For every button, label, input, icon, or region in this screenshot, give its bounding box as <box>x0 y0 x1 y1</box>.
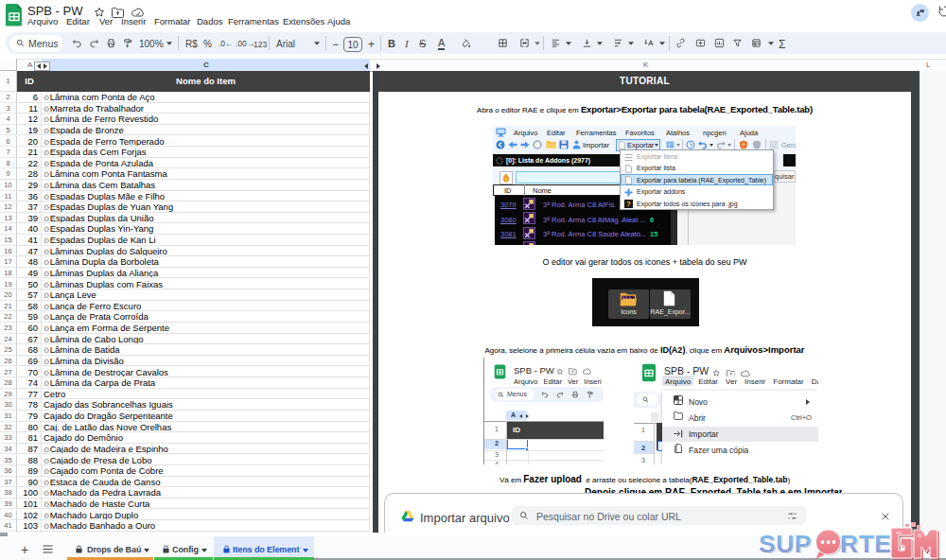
svg-text:RTE: RTE <box>840 530 892 558</box>
svg-text:SUP: SUP <box>759 530 812 558</box>
